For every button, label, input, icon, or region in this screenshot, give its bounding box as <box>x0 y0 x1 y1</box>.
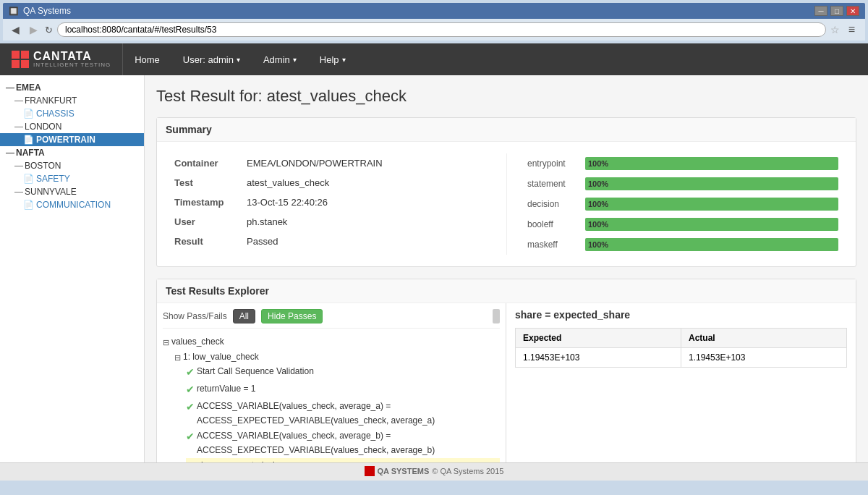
window-chrome: 🔲 QA Systems ─ □ ✕ ◀ ▶ ↻ ☆ ≡ <box>0 0 868 43</box>
logo-cell-4 <box>21 60 29 68</box>
tree-pane[interactable]: Show Pass/Fails All Hide Passes ⊟ values… <box>157 303 506 462</box>
user-caret-icon: ▾ <box>237 56 240 64</box>
tree-node-1: ⊟ 1: low_value_check ✔ Start Call Sequen… <box>174 350 500 462</box>
file-icon-communication: 📄 <box>23 200 34 210</box>
bookmark-button[interactable]: ☆ <box>830 24 840 35</box>
nav-help[interactable]: Help ▾ <box>308 43 357 75</box>
explorer-header: Test Results Explorer <box>157 279 856 303</box>
sidebar-item-sunnyvale[interactable]: —SUNNYVALE <box>0 185 144 198</box>
coverage-pct-booleff: 100% <box>588 220 608 229</box>
nav-items: Home User: admin ▾ Admin ▾ Help ▾ <box>123 43 357 75</box>
footer: QA SYSTEMS © QA Systems 2015 <box>0 462 868 481</box>
tree-children-1: ✔ Start Call Sequence Validation ✔ retur <box>174 364 500 462</box>
sidebar-item-safety[interactable]: 📄SAFETY <box>0 172 144 185</box>
coverage-bars: entrypoint 100% <box>506 153 844 255</box>
footer-text: © QA Systems 2015 <box>432 467 503 475</box>
coverage-bar-cell-statement: 100% <box>579 174 844 194</box>
value-user: ph.stanek <box>241 212 492 232</box>
coverage-row-decision: decision 100% <box>522 194 844 214</box>
window-title-bar: 🔲 QA Systems ─ □ ✕ <box>3 3 865 19</box>
explorer-panel: Test Results Explorer Show Pass/Fails Al… <box>156 279 856 462</box>
coverage-label-decision: decision <box>522 194 579 214</box>
reload-button[interactable]: ↻ <box>45 25 53 35</box>
detail-table: Expected Actual 1.19453E+103 1.19453E+10… <box>515 328 847 368</box>
back-button[interactable]: ◀ <box>9 22 22 37</box>
nav-home[interactable]: Home <box>123 43 171 75</box>
summary-row-result: Result Passed <box>169 232 492 251</box>
expand-icon-frankfurt: — <box>14 96 23 106</box>
expand-icon-emea: — <box>6 82 14 93</box>
value-result: Passed <box>241 232 492 251</box>
admin-caret-icon: ▾ <box>293 56 297 64</box>
expand-icon-boston: — <box>14 161 23 171</box>
tree-root-label: values_check <box>171 334 224 349</box>
sidebar-item-nafta[interactable]: —NAFTA <box>0 146 144 159</box>
file-icon-safety: 📄 <box>23 174 34 184</box>
detail-table-head: Expected Actual <box>516 329 847 348</box>
page-title: Test Result for: atest_values_check <box>156 87 856 106</box>
pass-icon-start-1: ✔ <box>186 364 195 381</box>
summary-row-timestamp: Timestamp 13-Oct-15 22:40:26 <box>169 192 492 212</box>
tree-leaf-access-b: ✔ ACCESS_VARIABLE(values_check, average_… <box>186 428 500 458</box>
hide-passes-button[interactable]: Hide Passes <box>261 309 323 323</box>
pass-icon-access-a: ✔ <box>186 399 195 416</box>
coverage-bar-wrap-decision: 100% <box>585 198 838 211</box>
tree-node-1-line[interactable]: ⊟ 1: low_value_check <box>174 350 500 365</box>
footer-brand-name: QA SYSTEMS <box>378 467 430 475</box>
coverage-bar-booleff: 100% <box>585 218 838 231</box>
pass-icon-returnvalue: ✔ <box>186 381 195 399</box>
nav-admin[interactable]: Admin ▾ <box>252 43 308 75</box>
expand-icon-1[interactable]: ⊟ <box>174 351 181 365</box>
menu-button[interactable]: ≡ <box>844 22 859 38</box>
coverage-bar-wrap-maskeff: 100% <box>585 238 838 251</box>
detail-header-row: Expected Actual <box>516 329 847 348</box>
sidebar-item-emea[interactable]: —EMEA <box>0 81 144 94</box>
expand-icon-root[interactable]: ⊟ <box>163 336 169 350</box>
label-container: Container <box>169 153 241 173</box>
nav-user[interactable]: User: admin ▾ <box>171 43 252 75</box>
coverage-bar-decision: 100% <box>585 198 838 211</box>
all-button[interactable]: All <box>233 309 255 323</box>
window-controls: ─ □ ✕ <box>814 6 859 16</box>
coverage-row-statement: statement 100% <box>522 174 844 194</box>
coverage-pct-entrypoint: 100% <box>588 159 608 168</box>
label-user: User <box>169 212 241 232</box>
address-bar: ◀ ▶ ↻ ☆ ≡ <box>3 19 865 41</box>
summary-fields: Container EMEA/LONDON/POWERTRAIN Test at… <box>169 153 506 255</box>
brand-sub: INTELLIGENT TESTING <box>33 62 111 69</box>
label-test: Test <box>169 173 241 192</box>
sidebar-item-chassis[interactable]: 📄CHASSIS <box>0 107 144 120</box>
summary-row-container: Container EMEA/LONDON/POWERTRAIN <box>169 153 492 173</box>
coverage-bar-cell-booleff: 100% <box>579 214 844 234</box>
minimize-button[interactable]: ─ <box>814 6 827 16</box>
file-icon-chassis: 📄 <box>23 109 34 119</box>
maximize-button[interactable]: □ <box>830 6 843 16</box>
summary-grid: Container EMEA/LONDON/POWERTRAIN Test at… <box>169 153 844 255</box>
detail-pane: share = expected_share Expected Actual <box>506 303 856 462</box>
tree-root-line[interactable]: ⊟ values_check <box>163 334 500 350</box>
summary-header: Summary <box>157 118 856 142</box>
coverage-row-entrypoint: entrypoint 100% <box>522 153 844 174</box>
tree-leaf-returnvalue: ✔ returnValue = 1 <box>186 381 500 399</box>
close-button[interactable]: ✕ <box>846 6 859 16</box>
detail-table-body: 1.19453E+103 1.19453E+103 <box>516 348 847 368</box>
tree-node-1-label: 1: low_value_check <box>183 350 259 364</box>
expand-icon-nafta: — <box>6 148 14 158</box>
app: CANTATA INTELLIGENT TESTING Home User: a… <box>0 43 868 481</box>
leaf-label-returnvalue: returnValue = 1 <box>197 381 256 396</box>
value-timestamp: 13-Oct-15 22:40:26 <box>241 192 492 212</box>
summary-panel: Summary Container EMEA/LONDON/POWERTRAIN <box>156 117 856 267</box>
sidebar-item-frankfurt[interactable]: —FRANKFURT <box>0 94 144 107</box>
sidebar-item-communication[interactable]: 📄COMMUNICATION <box>0 198 144 211</box>
coverage-bar-maskeff: 100% <box>585 238 838 251</box>
sidebar-item-powertrain[interactable]: 📄POWERTRAIN <box>0 133 144 146</box>
sidebar-item-london[interactable]: —LONDON <box>0 120 144 133</box>
sidebar-item-boston[interactable]: —BOSTON <box>0 159 144 172</box>
coverage-label-entrypoint: entrypoint <box>522 153 579 174</box>
forward-button[interactable]: ▶ <box>27 22 41 37</box>
window-title: QA Systems <box>23 6 71 16</box>
sidebar: —EMEA —FRANKFURT 📄CHASSIS —LONDON 📄POWER… <box>0 75 145 462</box>
navbar: CANTATA INTELLIGENT TESTING Home User: a… <box>0 43 868 75</box>
url-input[interactable] <box>57 22 826 37</box>
footer-logo-icon <box>365 466 375 476</box>
